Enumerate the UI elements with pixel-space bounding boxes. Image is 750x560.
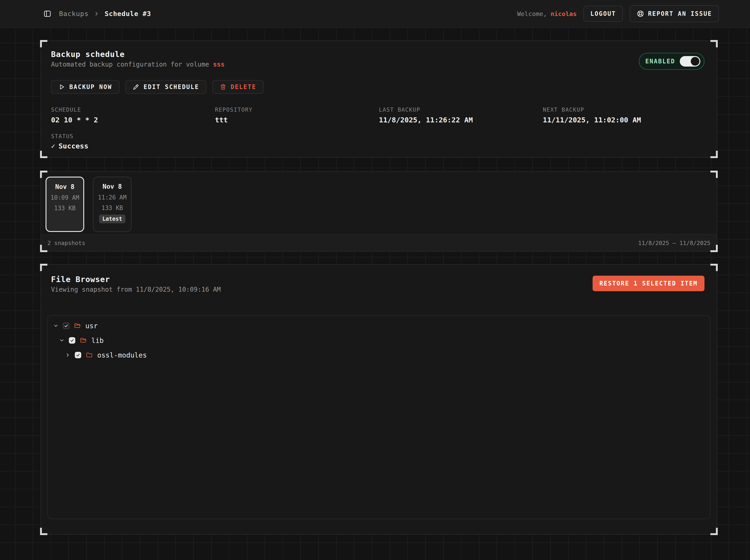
field-repository: REPOSITORY ttt xyxy=(215,106,379,124)
folder-icon xyxy=(86,352,93,358)
snapshot-time: 11:26 AM xyxy=(98,194,126,201)
snapshot-date-range: 11/8/2025 – 11/8/2025 xyxy=(638,240,710,246)
snapshots-footer: 2 snapshots 11/8/2025 – 11/8/2025 xyxy=(41,234,717,251)
logout-button[interactable]: LOGOUT xyxy=(584,6,623,22)
tree-row-ossl-modules[interactable]: ossl-modules xyxy=(53,348,710,362)
checkbox-usr[interactable] xyxy=(63,323,69,329)
chevron-right-icon[interactable] xyxy=(65,352,71,358)
viewfinder-corner xyxy=(710,264,718,271)
snapshot-time: 10:09 AM xyxy=(51,194,79,201)
field-schedule: SCHEDULE 02 10 * * 2 xyxy=(51,106,215,124)
file-browser-card: File Browser Viewing snapshot from 11/8/… xyxy=(40,264,717,535)
tree-label: lib xyxy=(91,337,104,344)
card-subtitle: Automated backup configuration for volum… xyxy=(51,61,707,68)
viewfinder-corner xyxy=(40,40,47,47)
viewfinder-corner xyxy=(40,151,47,158)
pencil-icon xyxy=(133,83,140,91)
delete-button[interactable]: DELETE xyxy=(212,80,263,94)
panel-left-icon xyxy=(43,10,51,18)
file-tree-panel: usr lib xyxy=(47,315,710,519)
snapshots-section: Nov 8 10:09 AM 133 KB Nov 8 11:26 AM 133… xyxy=(40,171,717,252)
viewfinder-corner xyxy=(40,171,47,178)
chevron-down-icon[interactable] xyxy=(59,337,65,343)
check-icon: ✓ xyxy=(51,142,55,150)
snapshot-size: 133 KB xyxy=(102,204,123,212)
trash-icon xyxy=(220,83,226,91)
backup-schedule-card: Backup schedule Automated backup configu… xyxy=(40,40,717,158)
enabled-toggle[interactable]: ENABLED xyxy=(639,53,705,70)
folder-open-icon xyxy=(80,337,87,344)
snapshot-date: Nov 8 xyxy=(55,183,74,191)
enabled-label: ENABLED xyxy=(645,58,675,65)
welcome-text: Welcome, nicolas xyxy=(517,10,577,17)
tree-row-usr[interactable]: usr xyxy=(53,318,710,333)
field-last-backup: LAST BACKUP 11/8/2025, 11:26:22 AM xyxy=(379,106,543,124)
username: nicolas xyxy=(551,10,577,17)
viewfinder-corner xyxy=(710,151,718,158)
viewfinder-corner xyxy=(40,528,47,535)
snapshot-date: Nov 8 xyxy=(102,183,122,190)
status-value: Success xyxy=(59,142,88,150)
snapshot-card[interactable]: Nov 8 11:26 AM 133 KB Latest xyxy=(93,177,132,232)
tree-row-lib[interactable]: lib xyxy=(53,333,710,348)
folder-open-icon xyxy=(74,322,81,329)
snapshot-count: 2 snapshots xyxy=(47,240,85,246)
breadcrumb-current: Schedule #3 xyxy=(104,10,151,18)
card-title: Backup schedule xyxy=(51,49,707,59)
tree-label: usr xyxy=(85,322,98,330)
viewfinder-corner xyxy=(40,264,47,271)
play-icon xyxy=(58,83,65,91)
edit-schedule-button[interactable]: EDIT SCHEDULE xyxy=(125,80,206,94)
breadcrumb-parent[interactable]: Backups xyxy=(59,10,88,18)
viewfinder-corner xyxy=(710,528,718,535)
top-bar: Backups Schedule #3 Welcome, nicolas LOG… xyxy=(0,0,750,28)
toggle-knob xyxy=(691,57,699,66)
toggle-switch[interactable] xyxy=(680,56,700,66)
checkbox-ossl-modules[interactable] xyxy=(75,352,81,358)
viewfinder-corner xyxy=(710,40,718,47)
field-next-backup: NEXT BACKUP 11/11/2025, 11:02:00 AM xyxy=(543,106,707,124)
tree-label: ossl-modules xyxy=(97,351,147,359)
snapshot-card-selected[interactable]: Nov 8 10:09 AM 133 KB xyxy=(45,177,84,232)
viewfinder-corner xyxy=(40,245,47,252)
report-issue-button[interactable]: REPORT AN ISSUE xyxy=(630,5,719,22)
volume-name: sss xyxy=(213,61,225,68)
chevron-down-icon[interactable] xyxy=(53,323,59,329)
viewfinder-corner xyxy=(710,171,718,178)
snapshot-size: 133 KB xyxy=(54,205,76,212)
lifebuoy-icon xyxy=(636,10,644,18)
breadcrumb: Backups Schedule #3 xyxy=(59,10,151,18)
sidebar-toggle-button[interactable] xyxy=(43,10,51,18)
chevron-right-icon xyxy=(94,11,100,17)
restore-button[interactable]: RESTORE 1 SELECTED ITEM xyxy=(593,276,705,291)
field-status: STATUS ✓ Success xyxy=(51,133,707,150)
backup-now-button[interactable]: BACKUP NOW xyxy=(51,80,119,94)
latest-badge: Latest xyxy=(99,215,125,223)
checkbox-lib[interactable] xyxy=(69,337,75,344)
viewfinder-corner xyxy=(710,245,718,252)
